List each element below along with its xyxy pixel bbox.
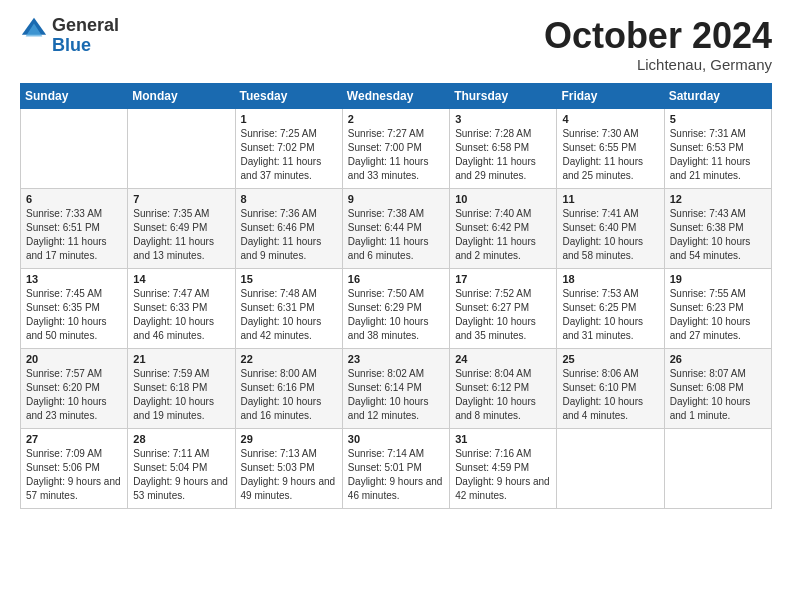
day-number: 4 (562, 113, 658, 125)
cell-w2-d2: 7Sunrise: 7:35 AM Sunset: 6:49 PM Daylig… (128, 188, 235, 268)
day-number: 23 (348, 353, 444, 365)
col-friday: Friday (557, 83, 664, 108)
day-number: 18 (562, 273, 658, 285)
day-number: 28 (133, 433, 229, 445)
logo-blue: Blue (52, 35, 91, 55)
day-info: Sunrise: 8:06 AM Sunset: 6:10 PM Dayligh… (562, 367, 658, 423)
location: Lichtenau, Germany (544, 56, 772, 73)
day-info: Sunrise: 7:16 AM Sunset: 4:59 PM Dayligh… (455, 447, 551, 503)
day-number: 12 (670, 193, 766, 205)
day-info: Sunrise: 7:28 AM Sunset: 6:58 PM Dayligh… (455, 127, 551, 183)
cell-w5-d2: 28Sunrise: 7:11 AM Sunset: 5:04 PM Dayli… (128, 428, 235, 508)
logo-general: General (52, 15, 119, 35)
cell-w2-d5: 10Sunrise: 7:40 AM Sunset: 6:42 PM Dayli… (450, 188, 557, 268)
cell-w1-d7: 5Sunrise: 7:31 AM Sunset: 6:53 PM Daylig… (664, 108, 771, 188)
day-info: Sunrise: 7:09 AM Sunset: 5:06 PM Dayligh… (26, 447, 122, 503)
cell-w1-d1 (21, 108, 128, 188)
week-row-3: 13Sunrise: 7:45 AM Sunset: 6:35 PM Dayli… (21, 268, 772, 348)
day-number: 11 (562, 193, 658, 205)
day-number: 8 (241, 193, 337, 205)
cell-w3-d1: 13Sunrise: 7:45 AM Sunset: 6:35 PM Dayli… (21, 268, 128, 348)
cell-w3-d3: 15Sunrise: 7:48 AM Sunset: 6:31 PM Dayli… (235, 268, 342, 348)
cell-w5-d7 (664, 428, 771, 508)
day-number: 22 (241, 353, 337, 365)
col-wednesday: Wednesday (342, 83, 449, 108)
day-number: 1 (241, 113, 337, 125)
cell-w5-d1: 27Sunrise: 7:09 AM Sunset: 5:06 PM Dayli… (21, 428, 128, 508)
header-row: Sunday Monday Tuesday Wednesday Thursday… (21, 83, 772, 108)
week-row-5: 27Sunrise: 7:09 AM Sunset: 5:06 PM Dayli… (21, 428, 772, 508)
logo-text: General Blue (52, 16, 119, 56)
day-number: 20 (26, 353, 122, 365)
day-info: Sunrise: 7:11 AM Sunset: 5:04 PM Dayligh… (133, 447, 229, 503)
day-info: Sunrise: 7:57 AM Sunset: 6:20 PM Dayligh… (26, 367, 122, 423)
cell-w3-d5: 17Sunrise: 7:52 AM Sunset: 6:27 PM Dayli… (450, 268, 557, 348)
cell-w3-d6: 18Sunrise: 7:53 AM Sunset: 6:25 PM Dayli… (557, 268, 664, 348)
day-number: 15 (241, 273, 337, 285)
day-number: 16 (348, 273, 444, 285)
title-block: October 2024 Lichtenau, Germany (544, 16, 772, 73)
month-title: October 2024 (544, 16, 772, 56)
day-info: Sunrise: 7:47 AM Sunset: 6:33 PM Dayligh… (133, 287, 229, 343)
day-number: 19 (670, 273, 766, 285)
day-info: Sunrise: 7:31 AM Sunset: 6:53 PM Dayligh… (670, 127, 766, 183)
day-info: Sunrise: 8:07 AM Sunset: 6:08 PM Dayligh… (670, 367, 766, 423)
col-sunday: Sunday (21, 83, 128, 108)
cell-w1-d4: 2Sunrise: 7:27 AM Sunset: 7:00 PM Daylig… (342, 108, 449, 188)
day-number: 5 (670, 113, 766, 125)
cell-w4-d2: 21Sunrise: 7:59 AM Sunset: 6:18 PM Dayli… (128, 348, 235, 428)
day-number: 21 (133, 353, 229, 365)
cell-w4-d1: 20Sunrise: 7:57 AM Sunset: 6:20 PM Dayli… (21, 348, 128, 428)
col-monday: Monday (128, 83, 235, 108)
day-number: 13 (26, 273, 122, 285)
day-number: 14 (133, 273, 229, 285)
day-info: Sunrise: 7:38 AM Sunset: 6:44 PM Dayligh… (348, 207, 444, 263)
day-number: 30 (348, 433, 444, 445)
day-info: Sunrise: 8:00 AM Sunset: 6:16 PM Dayligh… (241, 367, 337, 423)
cell-w1-d3: 1Sunrise: 7:25 AM Sunset: 7:02 PM Daylig… (235, 108, 342, 188)
day-number: 25 (562, 353, 658, 365)
day-info: Sunrise: 7:50 AM Sunset: 6:29 PM Dayligh… (348, 287, 444, 343)
day-info: Sunrise: 7:25 AM Sunset: 7:02 PM Dayligh… (241, 127, 337, 183)
week-row-2: 6Sunrise: 7:33 AM Sunset: 6:51 PM Daylig… (21, 188, 772, 268)
header: General Blue October 2024 Lichtenau, Ger… (20, 16, 772, 73)
week-row-4: 20Sunrise: 7:57 AM Sunset: 6:20 PM Dayli… (21, 348, 772, 428)
day-number: 26 (670, 353, 766, 365)
cell-w5-d3: 29Sunrise: 7:13 AM Sunset: 5:03 PM Dayli… (235, 428, 342, 508)
cell-w2-d1: 6Sunrise: 7:33 AM Sunset: 6:51 PM Daylig… (21, 188, 128, 268)
cell-w4-d4: 23Sunrise: 8:02 AM Sunset: 6:14 PM Dayli… (342, 348, 449, 428)
cell-w1-d6: 4Sunrise: 7:30 AM Sunset: 6:55 PM Daylig… (557, 108, 664, 188)
day-info: Sunrise: 7:53 AM Sunset: 6:25 PM Dayligh… (562, 287, 658, 343)
day-info: Sunrise: 7:27 AM Sunset: 7:00 PM Dayligh… (348, 127, 444, 183)
cell-w5-d5: 31Sunrise: 7:16 AM Sunset: 4:59 PM Dayli… (450, 428, 557, 508)
cell-w5-d6 (557, 428, 664, 508)
cell-w2-d7: 12Sunrise: 7:43 AM Sunset: 6:38 PM Dayli… (664, 188, 771, 268)
day-number: 31 (455, 433, 551, 445)
cell-w4-d3: 22Sunrise: 8:00 AM Sunset: 6:16 PM Dayli… (235, 348, 342, 428)
day-number: 6 (26, 193, 122, 205)
day-info: Sunrise: 7:59 AM Sunset: 6:18 PM Dayligh… (133, 367, 229, 423)
cell-w2-d3: 8Sunrise: 7:36 AM Sunset: 6:46 PM Daylig… (235, 188, 342, 268)
day-info: Sunrise: 7:55 AM Sunset: 6:23 PM Dayligh… (670, 287, 766, 343)
col-thursday: Thursday (450, 83, 557, 108)
calendar-table: Sunday Monday Tuesday Wednesday Thursday… (20, 83, 772, 509)
day-number: 9 (348, 193, 444, 205)
cell-w1-d5: 3Sunrise: 7:28 AM Sunset: 6:58 PM Daylig… (450, 108, 557, 188)
cell-w4-d5: 24Sunrise: 8:04 AM Sunset: 6:12 PM Dayli… (450, 348, 557, 428)
day-number: 3 (455, 113, 551, 125)
day-info: Sunrise: 7:35 AM Sunset: 6:49 PM Dayligh… (133, 207, 229, 263)
cell-w3-d7: 19Sunrise: 7:55 AM Sunset: 6:23 PM Dayli… (664, 268, 771, 348)
day-number: 27 (26, 433, 122, 445)
day-number: 10 (455, 193, 551, 205)
cell-w4-d7: 26Sunrise: 8:07 AM Sunset: 6:08 PM Dayli… (664, 348, 771, 428)
day-number: 2 (348, 113, 444, 125)
day-info: Sunrise: 7:52 AM Sunset: 6:27 PM Dayligh… (455, 287, 551, 343)
day-info: Sunrise: 7:45 AM Sunset: 6:35 PM Dayligh… (26, 287, 122, 343)
cell-w3-d2: 14Sunrise: 7:47 AM Sunset: 6:33 PM Dayli… (128, 268, 235, 348)
cell-w3-d4: 16Sunrise: 7:50 AM Sunset: 6:29 PM Dayli… (342, 268, 449, 348)
day-number: 24 (455, 353, 551, 365)
week-row-1: 1Sunrise: 7:25 AM Sunset: 7:02 PM Daylig… (21, 108, 772, 188)
cell-w2-d6: 11Sunrise: 7:41 AM Sunset: 6:40 PM Dayli… (557, 188, 664, 268)
day-info: Sunrise: 7:14 AM Sunset: 5:01 PM Dayligh… (348, 447, 444, 503)
cell-w5-d4: 30Sunrise: 7:14 AM Sunset: 5:01 PM Dayli… (342, 428, 449, 508)
